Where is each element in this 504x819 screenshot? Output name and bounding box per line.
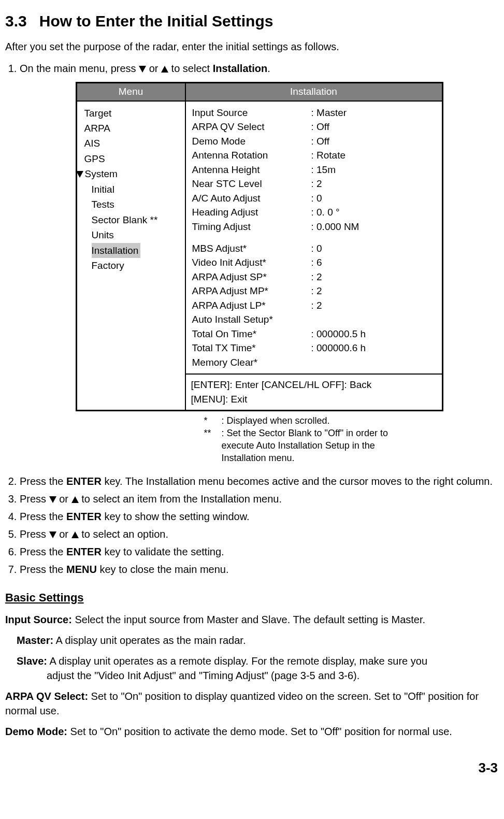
setting-row: Timing Adjust: 0.000 NM: [192, 220, 437, 234]
demo-mode-para: Demo Mode: Set to "On" position to activ…: [5, 724, 499, 739]
setting-row: Near STC Level: 2: [192, 177, 437, 191]
menu-item-tests: Tests: [84, 197, 181, 212]
triangle-down-icon: [76, 171, 83, 178]
menu-item-installation-selected: Installation: [84, 243, 181, 258]
basic-settings-heading: Basic Settings: [5, 590, 499, 606]
master-para: Master: A display unit operates as the m…: [17, 633, 499, 648]
triangle-down-icon: [49, 496, 56, 503]
step-2: Press the ENTER key. The Installation me…: [20, 474, 499, 488]
menu-item-ais: AIS: [84, 136, 181, 151]
setting-row: Auto Install Setup*: [192, 312, 437, 327]
menu-item-system: System: [76, 166, 181, 181]
setting-row: Total TX Time*: 000000.6 h: [192, 341, 437, 355]
setting-row: ARPA Adjust LP*: 2: [192, 298, 437, 313]
setting-row: Antenna Height: 15m: [192, 163, 437, 177]
menu-figure: Menu Target ARPA AIS GPS System Initial …: [76, 82, 443, 465]
triangle-down-icon: [139, 66, 146, 73]
section-number: 3.3: [5, 12, 27, 30]
setting-row: Antenna Rotation: Rotate: [192, 148, 437, 163]
setting-row: Memory Clear*: [192, 355, 437, 370]
setting-row: ARPA QV Select: Off: [192, 120, 437, 134]
menu-item-units: Units: [84, 227, 181, 242]
step-6: Press the ENTER key to validate the sett…: [20, 544, 499, 559]
section-title: How to Enter the Initial Settings: [39, 12, 273, 30]
triangle-up-icon: [161, 66, 168, 73]
input-source-para: Input Source: Select the input source fr…: [5, 612, 499, 627]
menu-item-arpa: ARPA: [84, 121, 181, 136]
menu-item-gps: GPS: [84, 151, 181, 166]
setting-row: Heading Adjust: 0. 0 °: [192, 205, 437, 220]
setting-row: A/C Auto Adjust: 0: [192, 191, 437, 206]
menu-item-initial: Initial: [84, 182, 181, 197]
step-5: Press or to select an option.: [20, 527, 499, 541]
section-heading: 3.3How to Enter the Initial Settings: [5, 10, 499, 32]
menu-item-target: Target: [84, 106, 181, 121]
step-1: On the main menu, press or to select Ins…: [20, 61, 499, 465]
setting-row: ARPA Adjust MP*: 2: [192, 284, 437, 298]
menu-title-right: Installation: [186, 83, 442, 102]
menu-item-sector-blank: Sector Blank **: [84, 212, 181, 227]
step-7: Press the MENU key to close the main men…: [20, 562, 499, 577]
setting-row: Input Source: Master: [192, 106, 437, 120]
triangle-up-icon: [71, 531, 79, 538]
setting-row: Total On Time*: 000000.5 h: [192, 327, 437, 341]
triangle-up-icon: [71, 496, 79, 503]
setting-row: Video Init Adjust*: 6: [192, 255, 437, 270]
menu-panel-right: Installation Input Source: Master ARPA Q…: [186, 83, 442, 410]
menu-panel-left: Menu Target ARPA AIS GPS System Initial …: [77, 83, 186, 410]
step-4: Press the ENTER key to show the setting …: [20, 509, 499, 524]
figure-footnotes: *: Displayed when scrolled. **: Set the …: [204, 414, 443, 465]
slave-para: Slave: A display unit operates as a remo…: [17, 654, 499, 683]
hint-bar: [ENTER]: Enter [CANCEL/HL OFF]: Back [ME…: [186, 373, 442, 409]
menu-title-left: Menu: [77, 83, 185, 102]
menu-item-factory: Factory: [84, 258, 181, 273]
step-3: Press or to select an item from the Inst…: [20, 492, 499, 506]
footnote-mark: **: [204, 427, 222, 439]
intro-text: After you set the purpose of the radar, …: [5, 39, 499, 54]
footnote-mark: *: [204, 414, 222, 427]
arpa-qv-para: ARPA QV Select: Set to "On" position to …: [5, 689, 499, 718]
setting-row: ARPA Adjust SP*: 2: [192, 270, 437, 284]
triangle-down-icon: [49, 531, 56, 538]
setting-row: Demo Mode: Off: [192, 134, 437, 149]
page-number: 3-3: [5, 758, 498, 777]
setting-row: MBS Adjust*: 0: [192, 241, 437, 256]
